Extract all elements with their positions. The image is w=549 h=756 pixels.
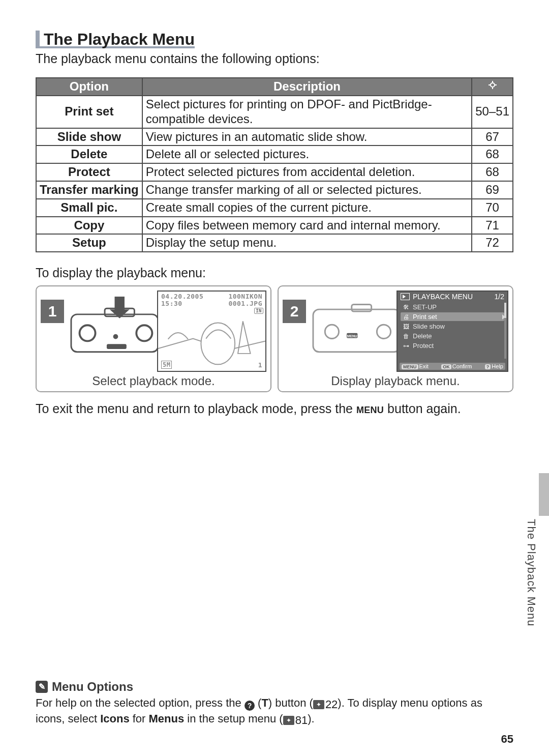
- table-row: Transfer marking Change transfer marking…: [36, 181, 513, 199]
- svg-point-10: [377, 325, 390, 338]
- page-ref: ✦ 22: [313, 697, 338, 712]
- trash-icon: 🗑: [403, 333, 410, 340]
- wrench-icon: 🛠: [403, 304, 410, 311]
- menu-item-label: Slide show: [413, 323, 445, 330]
- thumb-tab: [539, 473, 549, 516]
- lcd-count: 1: [258, 361, 262, 369]
- option-name: Small pic.: [36, 199, 142, 217]
- lcd-internal-badge: IN: [254, 308, 263, 314]
- page-number: 65: [501, 733, 513, 746]
- key-icon: ⊶: [403, 342, 410, 350]
- lcd-folder: 100NIKON: [228, 293, 262, 300]
- manual-page: The Playback Menu The playback menu cont…: [0, 0, 549, 756]
- pageref-icon: ✦: [283, 716, 294, 725]
- step-panel-1: 1: [36, 285, 271, 392]
- option-page: 50–51: [472, 96, 513, 128]
- table-row: Copy Copy files between memory card and …: [36, 217, 513, 235]
- page-ref: ✦ 81: [283, 713, 308, 728]
- svg-point-5: [113, 334, 118, 339]
- table-row: Small pic. Create small copies of the cu…: [36, 199, 513, 217]
- table-row: Delete Delete all or selected pictures. …: [36, 146, 513, 163]
- menu-item-label: Protect: [413, 342, 434, 350]
- menu-title: PLAYBACK MENU: [413, 293, 492, 301]
- lcd-time: 15:30: [161, 300, 182, 307]
- menu-item-setup: 🛠 SET-UP: [401, 303, 504, 311]
- menu-item-print-set: 🖨 Print set: [401, 312, 504, 321]
- page-ref-number: 22: [325, 697, 338, 712]
- menu-item-label: SET-UP: [413, 303, 437, 311]
- menus-word: Menus: [149, 712, 185, 725]
- footer-note-title-row: ✎ Menu Options: [36, 680, 513, 694]
- option-name: Copy: [36, 217, 142, 235]
- text-run: To exit the menu and return to playback …: [36, 401, 356, 416]
- menu-item-protect: ⊶ Protect: [401, 341, 504, 350]
- svg-rect-11: [352, 305, 372, 312]
- text-run: ) button (: [268, 696, 313, 709]
- option-page: 72: [472, 234, 513, 252]
- step-caption: Select playback mode.: [37, 374, 270, 388]
- option-name: Protect: [36, 163, 142, 181]
- svg-point-0: [491, 83, 495, 87]
- option-name: Delete: [36, 146, 142, 163]
- step-number: 2: [283, 300, 306, 323]
- option-page: 69: [472, 181, 513, 199]
- options-table: Option Description Print set Select pict…: [36, 77, 513, 252]
- th-option: Option: [36, 78, 142, 96]
- option-page: 67: [472, 128, 513, 146]
- menu-item-slide-show: 🖼 Slide show: [401, 322, 504, 331]
- text-run: for: [130, 712, 149, 725]
- option-name: Setup: [36, 234, 142, 252]
- page-ref-number: 81: [295, 713, 308, 728]
- svg-point-3: [79, 325, 95, 341]
- svg-point-7: [201, 323, 235, 365]
- svg-rect-8: [313, 309, 400, 352]
- help-chip: ?: [485, 364, 491, 369]
- option-desc: View pictures in an automatic slide show…: [142, 128, 472, 146]
- menu-item-label: Delete: [413, 332, 432, 340]
- page-title: The Playback Menu: [36, 31, 195, 48]
- text-run: button again.: [384, 401, 461, 416]
- footer-note-body: For help on the selected option, press t…: [36, 696, 513, 728]
- camera-back-icon: MENU: [312, 295, 401, 354]
- option-page: 68: [472, 163, 513, 181]
- step-caption: Display playback menu.: [279, 374, 512, 388]
- menu-button-label: MENU: [356, 405, 384, 415]
- th-description: Description: [142, 78, 472, 96]
- option-page: 68: [472, 146, 513, 163]
- lcd-file: 0001.JPG: [228, 300, 262, 307]
- svg-point-4: [136, 325, 152, 341]
- printer-icon: 🖨: [403, 313, 410, 321]
- option-desc: Display the setup menu.: [142, 234, 472, 252]
- options-tbody: Print set Select pictures for printing o…: [36, 96, 513, 252]
- table-row: Protect Protect selected pictures from a…: [36, 163, 513, 181]
- ok-chip: OK: [441, 364, 451, 369]
- option-desc: Copy files between memory card and inter…: [142, 217, 472, 235]
- menu-scrollbar-thumb: [504, 303, 506, 318]
- footer-note: ✎ Menu Options For help on the selected …: [36, 680, 513, 728]
- svg-text:MENU: MENU: [347, 334, 357, 338]
- option-page: 71: [472, 217, 513, 235]
- text-run: For help on the selected option, press t…: [36, 696, 245, 709]
- step-figures: 1: [36, 285, 513, 392]
- option-name: Slide show: [36, 128, 142, 146]
- menu-item-label: Print set: [413, 313, 437, 321]
- text-run: in the setup menu (: [184, 712, 283, 725]
- icons-word: Icons: [100, 712, 129, 725]
- option-name: Print set: [36, 96, 142, 128]
- step-panel-2: 2 MENU PLAYBACK: [278, 285, 513, 392]
- option-desc: Protect selected pictures from accidenta…: [142, 163, 472, 181]
- slides-icon: 🖼: [403, 323, 410, 330]
- note-icon: ✎: [36, 681, 48, 693]
- option-desc: Delete all or selected pictures.: [142, 146, 472, 163]
- option-desc: Select pictures for printing on DPOF- an…: [142, 96, 472, 128]
- text-run: ).: [308, 712, 314, 725]
- menu-footer-exit: MENUExit: [402, 363, 429, 369]
- t-button-label: T: [261, 696, 268, 709]
- pageref-icon: ✦: [313, 700, 324, 709]
- menu-footer-help: ?Help: [485, 363, 503, 369]
- menu-item-delete: 🗑 Delete: [401, 332, 504, 340]
- menu-title-row: PLAYBACK MENU 1/2: [401, 293, 504, 301]
- table-row: Slide show View pictures in an automatic…: [36, 128, 513, 146]
- text-run: (: [255, 696, 261, 709]
- intro-text: The playback menu contains the following…: [36, 51, 513, 66]
